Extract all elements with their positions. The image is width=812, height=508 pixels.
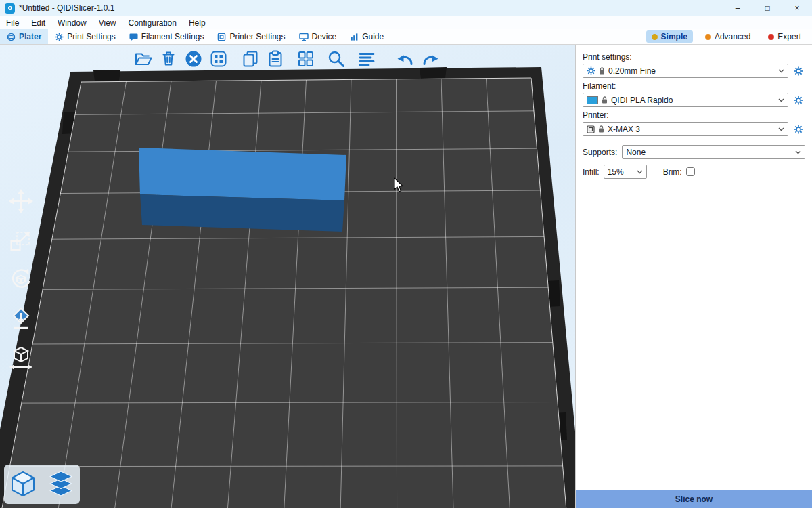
copy-button[interactable] xyxy=(240,48,261,70)
guide-icon xyxy=(350,33,359,41)
preset-gear-icon xyxy=(587,66,595,75)
undo-button[interactable] xyxy=(394,48,416,70)
filament-value: QIDI PLA Rapido xyxy=(611,96,673,105)
move-tool-button[interactable] xyxy=(7,187,35,215)
print-settings-label: Print settings: xyxy=(583,52,805,62)
chevron-down-icon xyxy=(778,69,784,73)
slice-now-button[interactable]: Slice now xyxy=(576,490,812,508)
tab-print-settings[interactable]: Print Settings xyxy=(48,29,122,44)
edit-filament-button[interactable] xyxy=(792,93,805,107)
delete-all-icon xyxy=(184,49,203,68)
mode-expert-button[interactable]: Expert xyxy=(763,30,807,43)
print-bed-surface[interactable] xyxy=(0,78,567,508)
split-objects-icon xyxy=(296,49,315,68)
gizmo-toolbar xyxy=(7,187,35,373)
printer-combo[interactable]: X-MAX 3 xyxy=(583,122,788,136)
undo-icon xyxy=(395,49,415,68)
arrange-icon xyxy=(209,49,228,68)
maximize-button[interactable]: □ xyxy=(752,0,782,16)
arrange-button[interactable] xyxy=(208,48,229,70)
tab-filament-settings[interactable]: Filament Settings xyxy=(122,29,211,44)
measure-tool-button[interactable] xyxy=(7,344,35,373)
edit-print-settings-button[interactable] xyxy=(792,64,805,78)
chevron-down-icon xyxy=(778,98,784,102)
settings-sidebar: Print settings: 0.20mm Fine xyxy=(575,45,812,508)
menu-item-edit[interactable]: Edit xyxy=(25,16,51,29)
place-on-face-tool-button[interactable] xyxy=(7,305,35,333)
mode-simple-button[interactable]: Simple xyxy=(646,30,693,43)
scale-tool-button[interactable] xyxy=(7,226,35,255)
measure-tool-icon xyxy=(7,345,35,372)
filament-color-swatch xyxy=(587,96,598,104)
printer-settings-icon xyxy=(217,33,226,41)
rotate-tool-button[interactable] xyxy=(7,266,35,294)
open-folder-icon xyxy=(134,49,153,68)
window-titlebar: *Untitled - QIDISlicer-1.0.1 – □ × xyxy=(0,0,812,16)
window-title: *Untitled - QIDISlicer-1.0.1 xyxy=(19,3,114,13)
qidi-logo-icon xyxy=(5,3,15,14)
tab-plater[interactable]: Plater xyxy=(0,29,48,44)
copy-icon xyxy=(241,49,260,68)
tab-guide[interactable]: Guide xyxy=(343,29,390,44)
split-objects-button[interactable] xyxy=(295,48,317,70)
menu-item-window[interactable]: Window xyxy=(51,16,93,29)
layer-height-icon xyxy=(357,49,376,68)
model-object[interactable] xyxy=(139,148,346,232)
chevron-down-icon xyxy=(778,127,784,131)
close-button[interactable]: × xyxy=(782,0,812,16)
device-icon xyxy=(299,33,309,41)
gear-icon xyxy=(794,125,803,134)
viewport-3d[interactable] xyxy=(0,45,575,508)
lock-icon xyxy=(599,67,605,75)
paste-button[interactable] xyxy=(265,48,286,70)
tab-device[interactable]: Device xyxy=(292,29,344,44)
print-settings-icon xyxy=(55,33,64,41)
filament-label: Filament: xyxy=(583,81,805,91)
menu-item-configuration[interactable]: Configuration xyxy=(122,16,183,29)
lock-icon xyxy=(598,125,604,133)
infill-combo[interactable]: 15% xyxy=(604,165,647,179)
menu-item-file[interactable]: File xyxy=(0,16,25,29)
rotate-tool-icon xyxy=(7,266,35,293)
scale-tool-icon xyxy=(7,227,35,254)
editor-view-button[interactable] xyxy=(7,467,39,501)
redo-button[interactable] xyxy=(420,48,441,70)
menu-item-help[interactable]: Help xyxy=(183,16,212,29)
menu-item-view[interactable]: View xyxy=(93,16,122,29)
mode-advanced-button[interactable]: Advanced xyxy=(700,30,756,43)
minimize-button[interactable]: – xyxy=(723,0,752,16)
chevron-down-icon xyxy=(795,150,801,154)
printer-icon xyxy=(587,125,595,133)
supports-label: Supports: xyxy=(583,148,617,157)
printer-value: X-MAX 3 xyxy=(608,125,640,134)
printer-label: Printer: xyxy=(583,110,805,120)
filament-combo[interactable]: QIDI PLA Rapido xyxy=(583,93,788,107)
simple-mode-dot-icon xyxy=(652,34,658,40)
advanced-mode-dot-icon xyxy=(705,34,711,40)
tab-printer-settings[interactable]: Printer Settings xyxy=(210,29,292,44)
brim-label: Brim: xyxy=(663,167,682,177)
preview-view-button[interactable] xyxy=(45,467,77,501)
filament-settings-icon xyxy=(129,33,138,41)
supports-combo[interactable]: None xyxy=(622,145,805,159)
chevron-down-icon xyxy=(637,170,643,174)
infill-value: 15% xyxy=(608,167,624,177)
plater-toolbar xyxy=(133,48,441,70)
mode-switcher: Simple Advanced Expert xyxy=(646,29,812,44)
edit-printer-button[interactable] xyxy=(792,123,805,136)
trash-icon xyxy=(159,49,178,68)
expert-mode-dot-icon xyxy=(768,34,774,40)
search-button[interactable] xyxy=(325,48,347,70)
variable-layer-height-button[interactable] xyxy=(356,48,378,70)
place-on-face-tool-icon xyxy=(7,305,35,333)
redo-icon xyxy=(420,49,441,68)
open-project-button[interactable] xyxy=(133,48,154,70)
brim-checkbox[interactable] xyxy=(686,167,695,176)
plater-icon xyxy=(7,33,16,41)
delete-all-button[interactable] xyxy=(183,48,204,70)
gear-icon xyxy=(794,96,803,105)
print-settings-combo[interactable]: 0.20mm Fine xyxy=(583,64,788,78)
infill-label: Infill: xyxy=(583,167,600,177)
delete-button[interactable] xyxy=(158,48,179,70)
lock-icon xyxy=(602,96,608,104)
